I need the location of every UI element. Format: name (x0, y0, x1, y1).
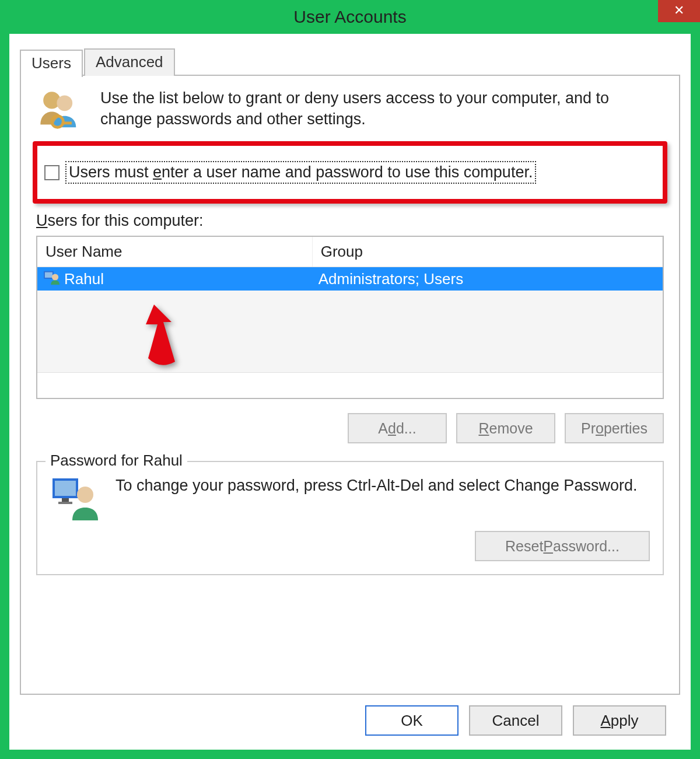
properties-button[interactable]: Properties (565, 413, 664, 443)
password-fieldset: Password for Rahul To change your passwo… (36, 461, 664, 575)
svg-rect-8 (55, 481, 76, 496)
tab-advanced-label: Advanced (96, 53, 163, 71)
svg-rect-10 (58, 502, 72, 504)
annotation-arrow-icon (131, 301, 189, 373)
dialog-buttons-row: OK Cancel Apply (20, 695, 680, 740)
users-listview[interactable]: User Name Group (36, 236, 664, 399)
row-group: Administrators; Users (313, 268, 663, 291)
tab-panel-users: Use the list below to grant or deny user… (20, 75, 680, 695)
require-login-label: Users must enter a user name and passwor… (65, 161, 536, 184)
close-icon: ✕ (674, 3, 684, 18)
column-username[interactable]: User Name (37, 237, 313, 267)
window-frame: User Accounts ✕ Users Advanced (0, 0, 700, 759)
svg-point-1 (57, 95, 72, 111)
close-button[interactable]: ✕ (658, 0, 700, 22)
annotation-highlight: Users must enter a user name and passwor… (33, 141, 667, 204)
tab-strip: Users Advanced (20, 48, 680, 76)
row-username: Rahul (64, 270, 104, 288)
users-icon (36, 88, 85, 135)
cancel-button[interactable]: Cancel (469, 705, 562, 736)
remove-button[interactable]: Remove (456, 413, 555, 443)
window-title: User Accounts (293, 7, 406, 27)
user-row-icon (43, 270, 61, 289)
reset-password-button[interactable]: Reset Password... (475, 531, 650, 561)
dialog-content: Users Advanced Use the lis (9, 34, 691, 750)
intro-text: Use the list below to grant or deny user… (100, 88, 664, 130)
tab-users-label: Users (32, 54, 71, 72)
column-group[interactable]: Group (313, 237, 663, 267)
svg-point-6 (52, 274, 58, 280)
svg-rect-5 (45, 272, 52, 277)
apply-button[interactable]: Apply (573, 705, 666, 736)
user-monitor-icon (50, 475, 100, 523)
password-fieldset-legend: Password for Rahul (46, 452, 187, 470)
user-buttons-row: Add... Remove Properties (36, 413, 664, 443)
tab-users[interactable]: Users (20, 50, 83, 77)
svg-point-11 (77, 487, 93, 503)
listview-body: Rahul Administrators; Users (37, 267, 663, 398)
listview-header: User Name Group (37, 237, 663, 267)
svg-rect-3 (62, 122, 72, 125)
listview-footer-strip (37, 372, 663, 398)
users-list-label: Users for this computer: (36, 212, 664, 230)
titlebar: User Accounts ✕ (0, 0, 700, 34)
require-login-checkbox[interactable] (44, 165, 60, 180)
require-login-checkbox-wrapper[interactable]: Users must enter a user name and passwor… (44, 161, 536, 184)
tab-advanced[interactable]: Advanced (84, 48, 175, 76)
ok-button[interactable]: OK (365, 705, 459, 736)
password-instruction-text: To change your password, press Ctrl-Alt-… (116, 475, 650, 496)
table-row[interactable]: Rahul Administrators; Users (37, 267, 663, 291)
svg-rect-9 (62, 498, 69, 502)
add-button[interactable]: Add... (348, 413, 447, 443)
